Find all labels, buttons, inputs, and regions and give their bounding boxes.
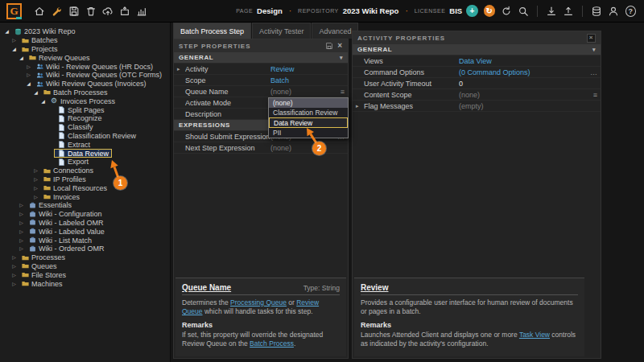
- expand-arrow-icon[interactable]: ▷: [18, 238, 25, 243]
- tree-item-connections[interactable]: ▷Connections: [0, 167, 170, 175]
- property-value[interactable]: (0 Command Options): [459, 68, 587, 76]
- user-icon[interactable]: [606, 3, 621, 19]
- activity-row-views[interactable]: ViewsData View: [353, 56, 601, 67]
- chevron-down-icon[interactable]: ▾: [592, 47, 596, 53]
- expand-arrow-icon[interactable]: ▷: [18, 220, 25, 225]
- tree-item-machines[interactable]: ▷Machines: [0, 279, 170, 288]
- help-link-processing-queue[interactable]: Processing Queue: [230, 298, 287, 306]
- expand-arrow-icon[interactable]: ▷: [32, 186, 39, 191]
- help-title-link[interactable]: Review: [361, 283, 388, 292]
- tree-item-classify[interactable]: Classify: [0, 123, 170, 132]
- tree-item-2023-wiki-repo[interactable]: ◢2023 Wiki Repo: [0, 27, 170, 36]
- expand-arrow-icon[interactable]: ▷: [10, 273, 18, 278]
- tree-item-batch-processes[interactable]: ◢Batch Processes: [0, 88, 170, 97]
- tree-item-wiki-list-match[interactable]: ▷Wiki - List Match: [0, 236, 170, 245]
- expand-arrow-icon[interactable]: ▷: [18, 203, 25, 208]
- expand-arrow-icon[interactable]: ▷: [10, 264, 18, 269]
- tree-item-extract[interactable]: Extract: [0, 140, 170, 149]
- save-properties-icon[interactable]: [325, 42, 333, 50]
- refresh-icon[interactable]: [499, 3, 514, 19]
- cloud-upload-icon[interactable]: [101, 3, 115, 19]
- expand-arrow-icon[interactable]: ▷: [25, 72, 32, 77]
- expand-property-icon[interactable]: ▸: [356, 103, 364, 109]
- tree-item-split-pages[interactable]: Split Pages: [0, 105, 170, 114]
- tree-item-batches[interactable]: ▷Batches: [0, 36, 170, 45]
- menu-icon[interactable]: ≡: [587, 91, 597, 99]
- tree-item-invoices[interactable]: ▷Invoices: [0, 192, 170, 201]
- expand-arrow-icon[interactable]: ▷: [18, 229, 25, 234]
- tree-item-queues[interactable]: ▷Queues: [0, 262, 170, 271]
- tree-item-ip-profiles[interactable]: ▷IP Profiles: [0, 175, 170, 184]
- close-panel-icon[interactable]: ×: [337, 42, 343, 50]
- dropdown-option-none[interactable]: (none): [269, 98, 348, 108]
- property-value[interactable]: 0: [459, 80, 597, 88]
- tree-item-file-stores[interactable]: ▷File Stores: [0, 270, 170, 279]
- stats-icon[interactable]: [134, 3, 149, 19]
- tree-item-wiki-labeled-omr[interactable]: ▷Wiki - Labeled OMR: [0, 219, 170, 228]
- collapse-arrow-icon[interactable]: ◢: [32, 90, 39, 95]
- connections-icon[interactable]: [589, 3, 604, 19]
- step-row-queue-name[interactable]: Queue Name(none)≡: [174, 86, 348, 97]
- add-circle-icon[interactable]: +: [466, 5, 477, 17]
- tree-item-local-resources[interactable]: ▷Local Resources: [0, 183, 170, 192]
- save-icon[interactable]: [67, 3, 81, 19]
- collapse-arrow-icon[interactable]: ◢: [10, 47, 18, 51]
- tree-item-wiki-ordered-omr[interactable]: ▷Wiki - Ordered OMR: [0, 245, 170, 253]
- repository-value[interactable]: 2023 Wiki Repo: [343, 6, 399, 15]
- search-icon[interactable]: [516, 3, 530, 19]
- step-row-activity[interactable]: ▸ActivityReview: [174, 64, 348, 75]
- tree-item-data-review[interactable]: Data Review: [0, 149, 170, 158]
- activity-row-flag-messages[interactable]: ▸Flag Messages(empty): [353, 101, 601, 112]
- property-value[interactable]: Batch: [270, 76, 345, 84]
- collapse-arrow-icon[interactable]: ◢: [39, 99, 47, 104]
- page-value[interactable]: Design: [257, 6, 283, 15]
- expand-property-icon[interactable]: ▸: [177, 66, 185, 72]
- grooper-logo[interactable]: G: [6, 3, 22, 19]
- tree-item-recognize[interactable]: Recognize: [0, 114, 170, 123]
- expand-arrow-icon[interactable]: ▷: [18, 212, 25, 216]
- delete-icon[interactable]: [84, 3, 98, 19]
- export-icon[interactable]: [118, 3, 132, 19]
- collapse-arrow-icon[interactable]: ◢: [3, 29, 10, 34]
- tab-batch-process-step[interactable]: Batch Process Step: [173, 23, 251, 39]
- home-icon[interactable]: [32, 3, 47, 19]
- property-value[interactable]: Review: [270, 65, 345, 73]
- tree-item-review-queues[interactable]: ◢Review Queues: [0, 53, 170, 62]
- expand-arrow-icon[interactable]: ▷: [32, 177, 39, 182]
- ellipsis-icon[interactable]: …: [587, 68, 597, 76]
- expand-arrow-icon[interactable]: ▷: [25, 64, 32, 69]
- tree-item-invoices-process[interactable]: ◢⚙Invoices Process: [0, 97, 170, 105]
- expand-arrow-icon[interactable]: ▷: [10, 282, 18, 286]
- download-icon[interactable]: [544, 3, 559, 19]
- collapse-arrow-icon[interactable]: ◢: [25, 81, 32, 86]
- step-section-general[interactable]: GENERAL▾: [174, 52, 348, 64]
- property-value[interactable]: (none): [270, 88, 334, 96]
- expand-arrow-icon[interactable]: ▷: [10, 255, 18, 260]
- menu-icon[interactable]: ≡: [334, 88, 345, 96]
- expand-arrow-icon[interactable]: ▷: [32, 168, 39, 173]
- tree-item-projects[interactable]: ◢Projects: [0, 45, 170, 54]
- activity-row-content-scope[interactable]: Content Scope(none)≡: [353, 89, 601, 101]
- tree-item-wiki-labeled-value[interactable]: ▷Wiki - Labeled Value: [0, 227, 170, 236]
- tree-item-essentials[interactable]: ▷Essentials: [0, 201, 170, 210]
- property-value[interactable]: (empty): [459, 102, 597, 110]
- collapse-panel-icon[interactable]: ×: [587, 34, 596, 43]
- help-icon[interactable]: ?: [625, 6, 636, 17]
- activity-row-user-activity-timeout[interactable]: User Activity Timeout0: [353, 78, 601, 89]
- tree-item-wiki-review-queues-hr-docs[interactable]: ▷Wiki - Review Queues (HR Docs): [0, 62, 170, 71]
- help-title-link[interactable]: Queue Name: [182, 283, 231, 292]
- expand-arrow-icon[interactable]: ▷: [18, 246, 25, 251]
- tree-item-wiki-review-queues-otc-forms[interactable]: ▷Wiki - Review Queues (OTC Forms): [0, 71, 170, 80]
- tab-activity-tester[interactable]: Activity Tester: [252, 23, 311, 39]
- property-value[interactable]: Data View: [459, 57, 597, 65]
- dropdown-option-classification-review[interactable]: Classification Review: [269, 108, 348, 117]
- property-value[interactable]: (none): [459, 91, 587, 99]
- tree-item-classification-review[interactable]: Classification Review: [0, 132, 170, 141]
- tree-item-processes[interactable]: ▷Processes: [0, 253, 170, 262]
- tree-item-wiki-configuration[interactable]: ▷Wiki - Configuration: [0, 210, 170, 219]
- tree-item-wiki-review-queues-invoices[interactable]: ◢Wiki Review Queues (Invoices): [0, 80, 170, 88]
- step-row-scope[interactable]: ScopeBatch: [174, 75, 348, 86]
- tools-icon[interactable]: [49, 3, 64, 19]
- help-link-task-view[interactable]: Task View: [519, 331, 550, 339]
- expand-arrow-icon[interactable]: ▷: [32, 195, 39, 200]
